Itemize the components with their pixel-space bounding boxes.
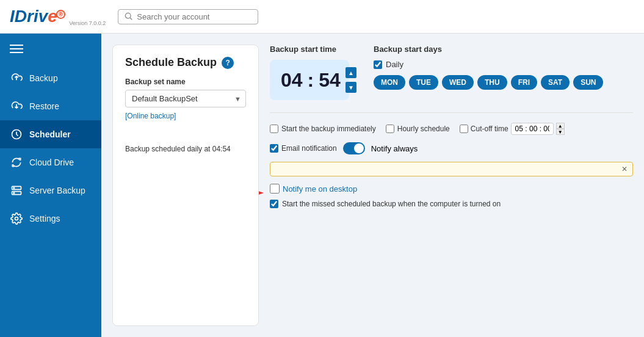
notify-desktop-row: Notify me on desktop bbox=[270, 184, 633, 194]
sidebar-item-cloud-drive[interactable]: Cloud Drive bbox=[0, 148, 101, 176]
email-input[interactable] bbox=[275, 165, 617, 173]
hourly-schedule-text: Hourly schedule bbox=[397, 125, 450, 133]
day-btn-mon[interactable]: MON bbox=[374, 75, 405, 90]
main-layout: Backup Restore Scheduler bbox=[0, 34, 644, 337]
day-btn-fri[interactable]: FRI bbox=[511, 75, 537, 90]
help-icon[interactable]: ? bbox=[222, 57, 234, 69]
sidebar-label-server-backup: Server Backup bbox=[29, 186, 85, 195]
start-immediately-label[interactable]: Start the backup immediately bbox=[270, 125, 376, 133]
version-label: Version 7.0.0.2 bbox=[69, 20, 106, 26]
red-arrow-svg bbox=[259, 181, 264, 205]
logo-text: IDrive bbox=[10, 7, 57, 26]
options-row-1: Start the backup immediately Hourly sche… bbox=[270, 123, 633, 135]
options-section: Start the backup immediately Hourly sche… bbox=[270, 112, 633, 208]
notify-toggle[interactable] bbox=[343, 142, 365, 154]
backup-time-label: Backup start time bbox=[270, 45, 349, 54]
missed-backup-text: Start the missed scheduled backup when t… bbox=[282, 200, 501, 208]
sidebar-item-server-backup[interactable]: Server Backup bbox=[0, 176, 101, 205]
search-input[interactable] bbox=[137, 12, 247, 21]
gear-icon bbox=[10, 212, 23, 225]
daily-check-row: Daily bbox=[374, 60, 633, 69]
backup-days-label: Backup start days bbox=[374, 45, 633, 54]
cutoff-down-btn[interactable]: ▼ bbox=[556, 129, 565, 135]
missed-backup-row: Start the missed scheduled backup when t… bbox=[270, 200, 633, 208]
missed-backup-checkbox[interactable] bbox=[270, 200, 278, 208]
backup-time-section: Backup start time 04 : 54 ▲ ▼ bbox=[270, 45, 349, 100]
notify-desktop-label[interactable]: Notify me on desktop bbox=[270, 184, 357, 194]
time-hours: 04 bbox=[281, 69, 303, 92]
email-notification-text: Email notification bbox=[281, 144, 337, 153]
arrow-annotation bbox=[259, 181, 264, 205]
clock-icon bbox=[10, 128, 23, 141]
day-btn-wed[interactable]: WED bbox=[442, 75, 474, 90]
cloud-download-icon bbox=[10, 100, 23, 113]
logo: IDrive ® Version 7.0.0.2 bbox=[10, 7, 106, 26]
schedule-panel: Schedule Backup ? Backup set name Defaul… bbox=[112, 45, 259, 326]
sidebar-label-cloud-drive: Cloud Drive bbox=[29, 158, 74, 167]
notify-always-text: Notify always bbox=[371, 144, 418, 153]
right-panel: Backup start time 04 : 54 ▲ ▼ Backup sta… bbox=[259, 34, 644, 337]
svg-point-5 bbox=[13, 187, 15, 189]
notify-desktop-text: Notify me on desktop bbox=[283, 184, 357, 194]
server-icon bbox=[10, 184, 23, 197]
svg-marker-8 bbox=[259, 181, 264, 205]
sidebar-item-settings[interactable]: Settings bbox=[0, 205, 101, 233]
svg-line-1 bbox=[130, 18, 132, 20]
cutoff-label: Cut-off time bbox=[471, 125, 508, 133]
cutoff-spinners: ▲ ▼ bbox=[556, 123, 565, 135]
cutoff-up-btn[interactable]: ▲ bbox=[556, 123, 565, 129]
hamburger-menu[interactable] bbox=[0, 34, 101, 64]
day-btn-thu[interactable]: THU bbox=[477, 75, 507, 90]
time-separator: : bbox=[308, 69, 314, 92]
time-days-row: Backup start time 04 : 54 ▲ ▼ Backup sta… bbox=[270, 45, 633, 100]
daily-label: Daily bbox=[386, 60, 403, 69]
hourly-schedule-label[interactable]: Hourly schedule bbox=[386, 125, 450, 133]
header: IDrive ® Version 7.0.0.2 bbox=[0, 0, 644, 34]
toggle-knob bbox=[354, 143, 364, 153]
panel-title: Schedule Backup ? bbox=[125, 56, 246, 69]
backup-set-label: Backup set name bbox=[125, 78, 246, 86]
backup-days-section: Backup start days Daily MON TUE WED THU … bbox=[374, 45, 633, 100]
time-down-btn[interactable]: ▼ bbox=[346, 82, 356, 93]
sidebar-label-restore: Restore bbox=[29, 101, 59, 111]
start-immediately-text: Start the backup immediately bbox=[281, 125, 376, 133]
daily-checkbox[interactable] bbox=[374, 60, 382, 69]
sidebar-label-backup: Backup bbox=[29, 73, 58, 83]
day-btn-sun[interactable]: SUN bbox=[573, 75, 603, 90]
sidebar-item-backup[interactable]: Backup bbox=[0, 64, 101, 92]
svg-point-6 bbox=[13, 192, 15, 194]
hourly-schedule-checkbox[interactable] bbox=[386, 125, 394, 133]
email-notification-label[interactable]: Email notification bbox=[270, 144, 337, 153]
online-backup-link[interactable]: [Online backup] bbox=[125, 112, 176, 120]
email-input-wrap: ✕ bbox=[270, 162, 633, 176]
email-notification-row: Email notification Notify always bbox=[270, 142, 633, 154]
sidebar-item-scheduler[interactable]: Scheduler bbox=[0, 120, 101, 148]
sidebar-label-settings: Settings bbox=[29, 214, 60, 223]
time-minutes: 54 bbox=[319, 69, 341, 92]
time-up-btn[interactable]: ▲ bbox=[346, 67, 356, 78]
cutoff-checkbox[interactable] bbox=[460, 125, 468, 133]
backup-set-select[interactable]: Default BackupSet bbox=[125, 90, 246, 107]
content-area: Schedule Backup ? Backup set name Defaul… bbox=[101, 34, 644, 337]
day-btn-tue[interactable]: TUE bbox=[409, 75, 438, 90]
svg-point-0 bbox=[126, 13, 131, 18]
backup-set-select-wrap: Default BackupSet ▼ bbox=[125, 90, 246, 107]
cloud-upload-icon bbox=[10, 71, 23, 85]
sidebar-label-scheduler: Scheduler bbox=[29, 129, 71, 139]
sidebar: Backup Restore Scheduler bbox=[0, 34, 101, 337]
cutoff-time-section: Cut-off time ▲ ▼ bbox=[460, 123, 565, 135]
time-display: 04 : 54 ▲ ▼ bbox=[270, 60, 349, 100]
start-immediately-checkbox[interactable] bbox=[270, 125, 278, 133]
search-box[interactable] bbox=[118, 9, 258, 24]
svg-point-7 bbox=[15, 217, 18, 220]
day-btn-sat[interactable]: SAT bbox=[541, 75, 570, 90]
sidebar-item-restore[interactable]: Restore bbox=[0, 92, 101, 120]
notify-desktop-checkbox[interactable] bbox=[270, 184, 280, 194]
email-clear-btn[interactable]: ✕ bbox=[621, 165, 628, 173]
time-spinners: ▲ ▼ bbox=[346, 67, 356, 93]
search-icon bbox=[125, 12, 133, 21]
cutoff-input[interactable] bbox=[511, 123, 554, 135]
email-notification-checkbox[interactable] bbox=[270, 144, 278, 153]
sync-icon bbox=[10, 156, 23, 169]
schedule-status: Backup scheduled daily at 04:54 bbox=[125, 145, 246, 153]
